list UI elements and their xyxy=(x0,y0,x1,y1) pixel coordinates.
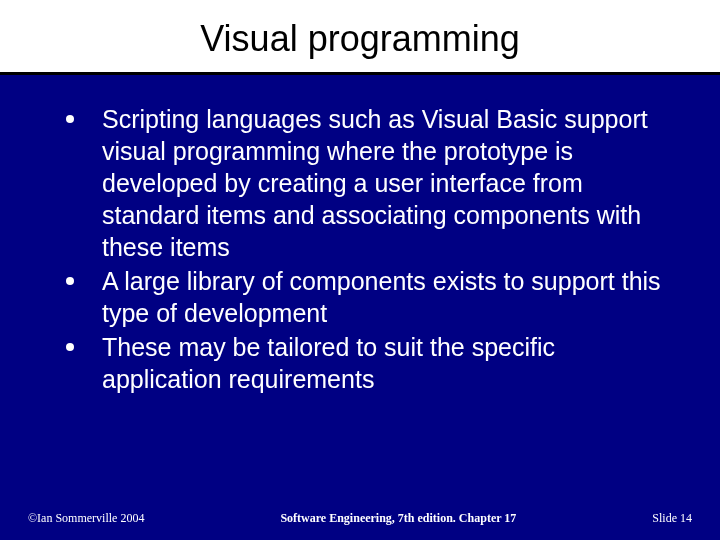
footer-chapter: Software Engineering, 7th edition. Chapt… xyxy=(144,511,652,526)
slide-body: Scripting languages such as Visual Basic… xyxy=(0,75,720,395)
footer-copyright: ©Ian Sommerville 2004 xyxy=(28,511,144,526)
slide-title: Visual programming xyxy=(0,0,720,72)
list-item: A large library of components exists to … xyxy=(60,265,680,329)
slide-footer: ©Ian Sommerville 2004 Software Engineeri… xyxy=(0,511,720,526)
bullet-list: Scripting languages such as Visual Basic… xyxy=(60,103,680,395)
title-bar: Visual programming xyxy=(0,0,720,75)
list-item: These may be tailored to suit the specif… xyxy=(60,331,680,395)
slide: Visual programming Scripting languages s… xyxy=(0,0,720,540)
list-item: Scripting languages such as Visual Basic… xyxy=(60,103,680,263)
footer-slide-number: Slide 14 xyxy=(652,511,692,526)
